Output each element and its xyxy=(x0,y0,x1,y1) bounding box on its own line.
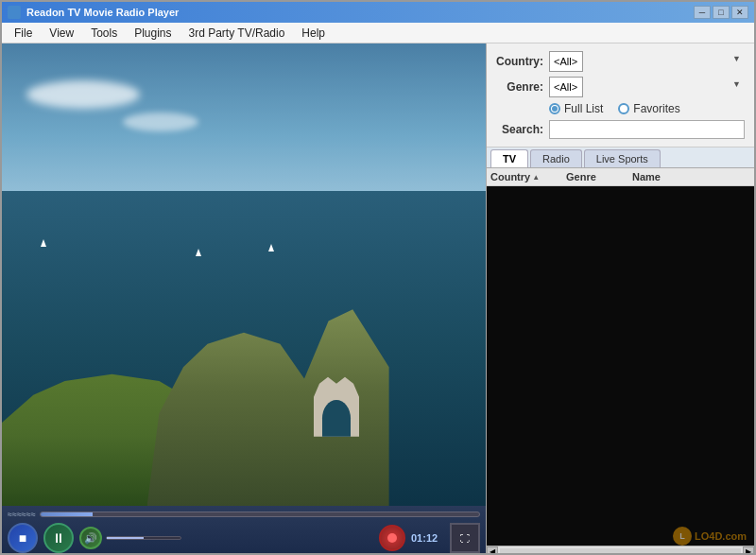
minimize-button[interactable]: ─ xyxy=(694,6,711,19)
volume-slider[interactable] xyxy=(106,536,181,540)
sailboat-1 xyxy=(41,237,46,247)
video-display xyxy=(2,43,486,506)
watermark-text: LO4D.com xyxy=(695,530,747,542)
app-icon xyxy=(8,6,21,19)
search-input[interactable] xyxy=(549,120,745,139)
sailboat-3 xyxy=(268,242,274,251)
country-select[interactable]: <All> xyxy=(549,51,583,72)
col-genre-label: Genre xyxy=(566,171,596,182)
tabs-area: TV Radio Live Sports xyxy=(487,147,754,168)
pause-icon: ⏸ xyxy=(52,530,65,546)
fulllist-option[interactable]: Full List xyxy=(549,102,603,115)
fulllist-radio[interactable] xyxy=(549,103,560,114)
genre-row: Genre: <All> xyxy=(496,77,745,97)
country-label: Country: xyxy=(496,55,543,68)
col-name[interactable]: Name xyxy=(632,171,750,182)
tab-tv[interactable]: TV xyxy=(490,149,528,167)
search-label: Search: xyxy=(496,123,543,136)
genre-select[interactable]: <All> xyxy=(549,77,583,97)
menu-file[interactable]: File xyxy=(6,24,41,43)
window-controls: ─ □ ✕ xyxy=(694,6,748,19)
watermark-icon: L xyxy=(673,527,692,546)
radio-row: Full List Favorites xyxy=(496,102,745,115)
pause-button[interactable]: ⏸ xyxy=(43,523,74,553)
record-icon xyxy=(387,533,397,543)
tab-live-sports[interactable]: Live Sports xyxy=(584,149,661,167)
genre-select-wrapper: <All> xyxy=(549,77,745,97)
stop-button[interactable]: ■ xyxy=(8,523,38,553)
scroll-right-button[interactable]: ▶ xyxy=(743,546,754,556)
menu-bar: File View Tools Plugins 3rd Party TV/Rad… xyxy=(2,23,754,43)
cloud-1 xyxy=(26,80,140,109)
time-display: 01:12 xyxy=(411,532,444,544)
fulllist-label: Full List xyxy=(564,102,603,115)
favorites-label: Favorites xyxy=(633,102,679,115)
favorites-radio[interactable] xyxy=(618,103,629,114)
bottom-scrollbar: ◀ ▶ xyxy=(487,546,754,555)
controls-row: ■ ⏸ 🔊 xyxy=(8,523,480,553)
stop-icon: ■ xyxy=(19,530,26,546)
right-panel: Country: <All> Genre: <All> xyxy=(486,43,754,555)
tabs-row: TV Radio Live Sports xyxy=(487,147,754,167)
col-country[interactable]: Country ▲ xyxy=(490,171,566,182)
fullscreen-button[interactable]: ⛶ xyxy=(450,523,480,553)
sailboat-2 xyxy=(196,247,201,256)
country-select-wrapper: <All> xyxy=(549,51,745,72)
volume-area: 🔊 xyxy=(79,527,181,549)
seek-bar-row: ≈≈≈≈≈≈ xyxy=(8,510,480,519)
filters-area: Country: <All> Genre: <All> xyxy=(487,43,754,147)
volume-icon[interactable]: 🔊 xyxy=(79,527,102,549)
video-area[interactable] xyxy=(2,43,486,506)
menu-tools[interactable]: Tools xyxy=(82,24,126,43)
genre-label: Genre: xyxy=(496,80,543,94)
seek-label: ≈≈≈≈≈≈ xyxy=(8,510,36,519)
col-genre[interactable]: Genre xyxy=(566,171,632,182)
seek-bar[interactable] xyxy=(40,512,480,517)
main-content: ≈≈≈≈≈≈ ■ ⏸ 🔊 xyxy=(2,43,754,555)
menu-help[interactable]: Help xyxy=(293,24,334,43)
speaker-icon: 🔊 xyxy=(84,532,97,545)
menu-view[interactable]: View xyxy=(41,24,82,43)
maximize-button[interactable]: □ xyxy=(713,6,730,19)
search-row: Search: xyxy=(496,120,745,139)
favorites-option[interactable]: Favorites xyxy=(618,102,679,115)
player-controls: ≈≈≈≈≈≈ ■ ⏸ 🔊 xyxy=(2,506,486,555)
tab-radio[interactable]: Radio xyxy=(530,149,582,167)
col-name-label: Name xyxy=(632,171,661,182)
left-panel: ≈≈≈≈≈≈ ■ ⏸ 🔊 xyxy=(2,43,486,555)
col-country-label: Country xyxy=(490,171,530,182)
scroll-track[interactable] xyxy=(500,548,741,556)
record-button[interactable] xyxy=(379,525,405,551)
menu-3rdparty[interactable]: 3rd Party TV/Radio xyxy=(180,24,294,43)
sort-arrow-country: ▲ xyxy=(532,173,540,182)
title-bar: Readon TV Movie Radio Player ─ □ ✕ xyxy=(2,2,754,23)
watermark: L LO4D.com xyxy=(673,527,747,546)
volume-fill xyxy=(107,537,144,539)
country-row: Country: <All> xyxy=(496,51,745,72)
menu-plugins[interactable]: Plugins xyxy=(126,24,180,43)
list-header: Country ▲ Genre Name xyxy=(487,168,754,186)
seek-progress xyxy=(41,512,94,516)
channel-list-area: Country ▲ Genre Name ◀ ▶ xyxy=(487,168,754,555)
title-bar-left: Readon TV Movie Radio Player xyxy=(8,6,179,19)
window-title: Readon TV Movie Radio Player xyxy=(26,7,179,18)
scroll-left-button[interactable]: ◀ xyxy=(487,546,498,556)
list-content xyxy=(487,186,754,546)
fullscreen-icon: ⛶ xyxy=(460,533,470,544)
close-button[interactable]: ✕ xyxy=(731,6,748,19)
